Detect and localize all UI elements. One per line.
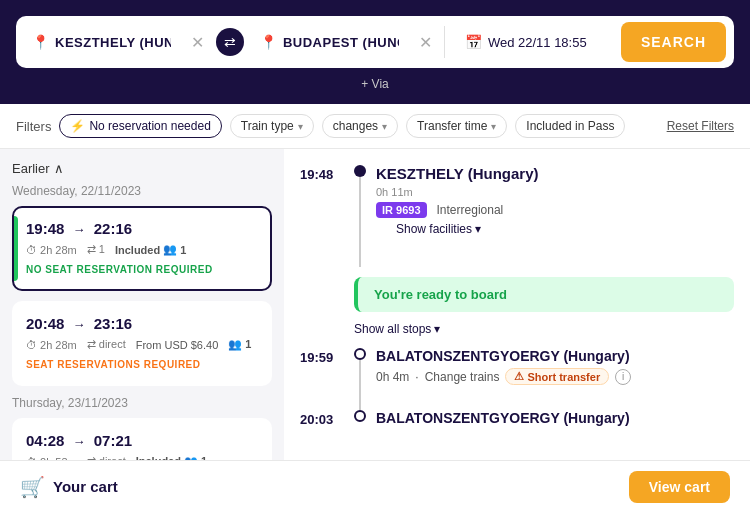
arrow-icon: → (73, 317, 86, 332)
transfer-duration: 0h 4m (376, 370, 409, 384)
left-panel: Earlier ∧ Wednesday, 22/11/2023 19:48 → … (0, 149, 284, 479)
warning-icon: ⚠ (514, 370, 524, 383)
filter-changes-label: changes (333, 119, 378, 133)
date-value: Wed 22/11 18:55 (488, 35, 587, 50)
station-name-2: BALATONSZENTGYOERGY (Hungary) (376, 348, 734, 364)
stop-2: 19:59 BALATONSZENTGYOERGY (Hungary) 0h 4… (300, 348, 734, 410)
trip-time-2: 20:48 → 23:16 (26, 315, 132, 332)
transfer-info: 0h 4m · Change trains ⚠ Short transfer i (376, 368, 734, 385)
search-button[interactable]: SEARCH (621, 22, 726, 62)
stop-1: 19:48 KESZTHELY (Hungary) 0h 11m IR 9693… (300, 165, 734, 267)
day-label-wednesday: Wednesday, 22/11/2023 (12, 184, 272, 198)
trip-card-2[interactable]: 20:48 → 23:16 ⏱ 2h 28m ⇄ direct From USD… (12, 301, 272, 386)
from-price-2: From USD $6.40 (136, 339, 219, 351)
destination-field[interactable]: 📍 (252, 34, 407, 50)
destination-input[interactable] (283, 35, 399, 50)
stop-content-2: BALATONSZENTGYOERGY (Hungary) 0h 4m · Ch… (376, 348, 734, 389)
show-stops-label: Show all stops (354, 322, 431, 336)
trip-warning-1: NO SEAT RESERVATION REQUIRED (26, 262, 258, 277)
filled-dot-1 (354, 165, 366, 177)
divider (444, 26, 445, 58)
facilities-label: Show facilities (396, 222, 472, 236)
clear-origin-button[interactable]: ✕ (187, 31, 208, 54)
train-id-badge: IR 9693 (376, 202, 427, 218)
dot-col-2 (354, 348, 366, 410)
clear-destination-button[interactable]: ✕ (415, 31, 436, 54)
dot-col-3 (354, 410, 366, 422)
trip-details-1: ⏱ 2h 28m ⇄ 1 Included 👥 1 (26, 243, 258, 256)
arrive-time-2: 23:16 (94, 315, 132, 332)
change-trains-label: Change trains (425, 370, 500, 384)
board-badge-area: You're ready to board (354, 277, 734, 312)
destination-pin-icon: 📍 (260, 34, 277, 50)
date-field[interactable]: 📅 Wed 22/11 18:55 (453, 34, 613, 50)
filters-row: Filters ⚡ No reservation needed Train ty… (0, 104, 750, 149)
chevron-up-icon: ∧ (54, 161, 64, 176)
time-2: 19:59 (300, 348, 344, 365)
filter-no-reservation-label: No reservation needed (89, 119, 210, 133)
trip-time-row-2: 20:48 → 23:16 (26, 315, 258, 332)
included-badge-1: Included 👥 1 (115, 243, 186, 256)
station-name-1: KESZTHELY (Hungary) (376, 165, 734, 182)
dot-col-1 (354, 165, 366, 267)
show-stops-area: Show all stops ▾ (354, 322, 734, 336)
filter-changes[interactable]: changes ▾ (322, 114, 398, 138)
chevron-down-icon: ▾ (298, 121, 303, 132)
stop-content-1: KESZTHELY (Hungary) 0h 11m IR 9693 Inter… (376, 165, 734, 236)
search-container: 📍 ✕ ⇄ 📍 ✕ 📅 Wed 22/11 18:55 SEARCH + Via (0, 0, 750, 104)
line-2 (359, 360, 361, 410)
day-label-thursday: Thursday, 23/11/2023 (12, 396, 272, 410)
show-facilities-link[interactable]: Show facilities ▾ (396, 222, 734, 236)
filter-included-pass[interactable]: Included in Pass (515, 114, 625, 138)
filter-no-reservation[interactable]: ⚡ No reservation needed (59, 114, 221, 138)
cart-icon: 🛒 (20, 475, 45, 499)
filter-transfer-time-label: Transfer time (417, 119, 487, 133)
earlier-button[interactable]: Earlier ∧ (12, 161, 64, 176)
arrow-icon: → (73, 434, 86, 449)
board-badge: You're ready to board (354, 277, 734, 312)
cart-bar: 🛒 Your cart View cart (0, 460, 750, 512)
trip-time-row-3: 04:28 → 07:21 (26, 432, 258, 449)
trip-details-2: ⏱ 2h 28m ⇄ direct From USD $6.40 👥 1 (26, 338, 258, 351)
info-icon[interactable]: i (615, 369, 631, 385)
transfer-separator: · (415, 370, 418, 384)
line-1 (359, 177, 361, 267)
chevron-down-icon: ▾ (491, 121, 496, 132)
via-row: + Via (16, 68, 734, 92)
stop-content-3: BALATONSZENTGYOERGY (Hungary) (376, 410, 734, 426)
show-all-stops-link[interactable]: Show all stops ▾ (354, 322, 734, 336)
lightning-icon: ⚡ (70, 119, 85, 133)
filters-label: Filters (16, 119, 51, 134)
origin-input[interactable] (55, 35, 171, 50)
calendar-icon: 📅 (465, 34, 482, 50)
duration-2: ⏱ 2h 28m (26, 339, 77, 351)
short-transfer-badge: ⚠ Short transfer (505, 368, 609, 385)
depart-time-2: 20:48 (26, 315, 64, 332)
via-button[interactable]: + Via (361, 77, 388, 91)
right-panel: 19:48 KESZTHELY (Hungary) 0h 11m IR 9693… (284, 149, 750, 479)
train-info-1: IR 9693 Interregional (376, 202, 734, 218)
duration-info-1: 0h 11m (376, 186, 734, 198)
depart-time-1: 19:48 (26, 220, 64, 237)
origin-field[interactable]: 📍 (24, 34, 179, 50)
swap-button[interactable]: ⇄ (216, 28, 244, 56)
duration-1: ⏱ 2h 28m (26, 244, 77, 256)
chevron-down-icon: ▾ (382, 121, 387, 132)
arrive-time-1: 22:16 (94, 220, 132, 237)
trip-time-1: 19:48 → 22:16 (26, 220, 132, 237)
cart-title: Your cart (53, 478, 118, 495)
filter-transfer-time[interactable]: Transfer time ▾ (406, 114, 507, 138)
arrive-time-3: 07:21 (94, 432, 132, 449)
trip-card-1[interactable]: 19:48 → 22:16 ⏱ 2h 28m ⇄ 1 Included 👥 1 … (12, 206, 272, 291)
cart-left: 🛒 Your cart (20, 475, 118, 499)
reset-filters-link[interactable]: Reset Filters (667, 119, 734, 133)
changes-icon-1: ⇄ 1 (87, 243, 105, 256)
station-name-3: BALATONSZENTGYOERGY (Hungary) (376, 410, 734, 426)
filter-train-type-label: Train type (241, 119, 294, 133)
view-cart-button[interactable]: View cart (629, 471, 730, 503)
filter-included-pass-label: Included in Pass (526, 119, 614, 133)
outline-dot-3 (354, 410, 366, 422)
search-bar: 📍 ✕ ⇄ 📍 ✕ 📅 Wed 22/11 18:55 SEARCH (16, 16, 734, 68)
filter-train-type[interactable]: Train type ▾ (230, 114, 314, 138)
trip-warning-2: SEAT RESERVATIONS REQUIRED (26, 357, 258, 372)
